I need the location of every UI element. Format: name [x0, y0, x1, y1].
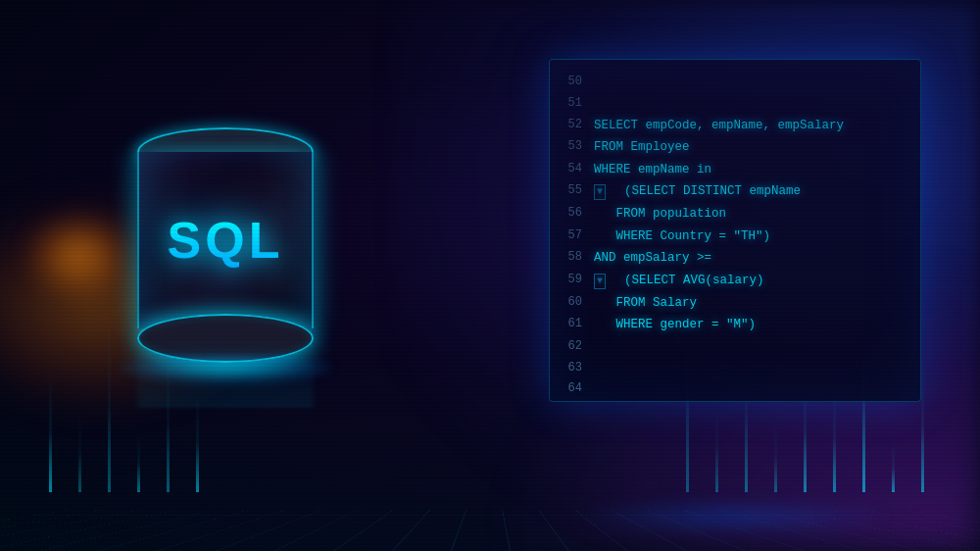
code-line: 65: [550, 400, 920, 402]
code-panel: 505152SELECT empCode, empName, empSalary…: [549, 59, 921, 402]
line-number: 63: [550, 359, 594, 378]
code-line: 59▼ (SELECT AVG(salary): [550, 270, 920, 292]
code-line: 51: [550, 93, 920, 115]
line-number: 53: [550, 137, 594, 157]
cylinder-body: SQL: [137, 152, 314, 328]
line-content: ▼ (SELECT AVG(salary): [594, 271, 764, 291]
code-line: 62: [550, 336, 920, 358]
line-number: 57: [550, 226, 594, 246]
code-line: 54WHERE empName in: [550, 159, 920, 181]
panel-floor-glow: [588, 502, 882, 531]
database-cylinder: SQL: [118, 127, 333, 382]
code-line: 64: [550, 378, 920, 400]
line-number: 56: [550, 204, 594, 224]
line-number: 55: [550, 181, 594, 201]
line-content: FROM Salary: [594, 293, 697, 314]
line-number: 59: [550, 271, 594, 290]
code-line: 52SELECT empCode, empName, empSalary: [550, 115, 920, 137]
code-line: 56 FROM population: [550, 203, 920, 225]
line-content: ▼ (SELECT DISTINCT empName: [594, 181, 801, 202]
line-number: 52: [550, 116, 594, 135]
bracket-indicator: ▼: [594, 184, 606, 200]
scene: SQL 505152SELECT empCode, empName, empSa…: [0, 0, 980, 551]
code-line: 57 WHERE Country = "TH"): [550, 225, 920, 248]
line-content: WHERE gender = "M"): [594, 315, 756, 335]
line-number: 58: [550, 248, 594, 268]
line-number: 61: [550, 315, 594, 334]
code-line: 60 FROM Salary: [550, 292, 920, 315]
line-content: FROM Employee: [594, 137, 690, 158]
line-number: 65: [550, 401, 594, 402]
code-line: 55▼ (SELECT DISTINCT empName: [550, 180, 920, 203]
line-number: 60: [550, 293, 594, 313]
code-line: 58AND empSalary >=: [550, 247, 920, 270]
line-content: WHERE Country = "TH"): [594, 226, 770, 247]
code-line: 50: [550, 72, 920, 93]
code-line: 61 WHERE gender = "M"): [550, 314, 920, 336]
line-content: WHERE empName in: [594, 160, 711, 180]
line-content: SELECT empCode, empName, empSalary: [594, 116, 844, 136]
code-line: 53FROM Employee: [550, 136, 920, 159]
db-reflection: [137, 337, 314, 408]
bracket-indicator: ▼: [594, 274, 606, 289]
line-number: 54: [550, 160, 594, 179]
line-number: 64: [550, 379, 594, 399]
code-line: 63: [550, 358, 920, 379]
line-number: 50: [550, 73, 594, 92]
line-number: 62: [550, 337, 594, 357]
line-number: 51: [550, 94, 594, 114]
line-content: AND empSalary >=: [594, 248, 711, 269]
line-content: FROM population: [594, 204, 726, 225]
sql-label: SQL: [168, 211, 284, 270]
